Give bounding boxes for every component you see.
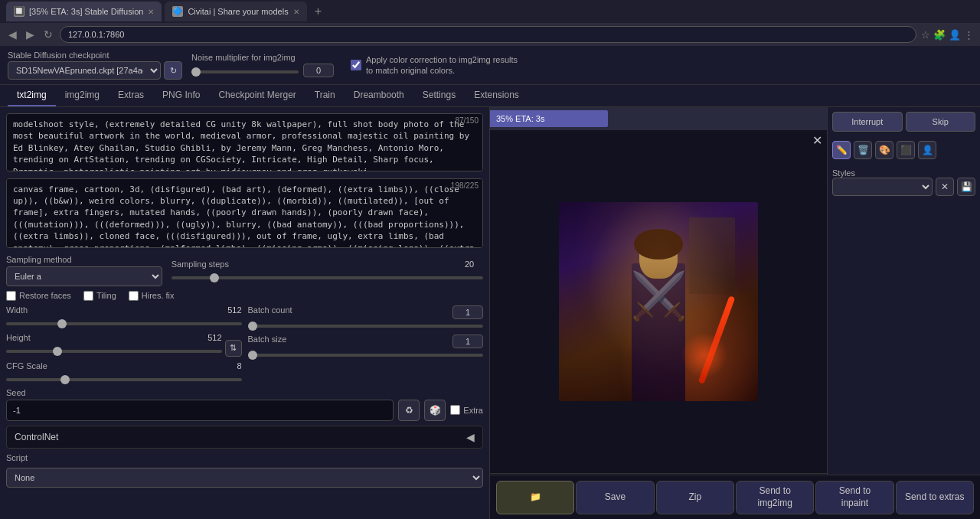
dims-and-batch: Width 512 Height 512 <box>6 305 483 384</box>
browser-tab-2-label: Civitai | Share your models <box>188 7 288 16</box>
style-icons-row: ✏️ 🗑️ 🎨 ⬛ 👤 <box>832 141 975 159</box>
noise-slider[interactable] <box>191 70 299 73</box>
tab-settings[interactable]: Settings <box>413 85 465 106</box>
tab-png-info[interactable]: PNG Info <box>153 85 209 106</box>
tab-extensions[interactable]: Extensions <box>465 85 528 106</box>
image-close-button[interactable]: ✕ <box>812 133 822 148</box>
style-icon-person[interactable]: 👤 <box>918 141 936 159</box>
seed-dice-button[interactable]: 🎲 <box>424 400 446 421</box>
style-icon-trash[interactable]: 🗑️ <box>854 141 872 159</box>
progress-bar-wrap: 35% ETA: 3s <box>490 107 827 130</box>
tab-extras[interactable]: Extras <box>109 85 153 106</box>
skip-button[interactable]: Skip <box>906 112 976 132</box>
controlnet-section[interactable]: ControlNet ◀ <box>6 426 483 449</box>
styles-save-button[interactable]: 💾 <box>957 178 975 196</box>
sampling-steps-slider[interactable] <box>172 276 483 279</box>
menu-icon[interactable]: ⋮ <box>964 29 974 41</box>
forward-button[interactable]: ▶ <box>24 28 37 41</box>
height-slider[interactable] <box>6 350 222 353</box>
save-button[interactable]: Save <box>576 481 654 514</box>
hires-fix-checkbox[interactable] <box>129 291 139 301</box>
checkpoint-label: Stable Diffusion checkpoint <box>8 51 182 60</box>
checkpoint-refresh-button[interactable]: ↻ <box>164 61 182 80</box>
batch-size-label: Batch size <box>248 335 287 346</box>
extra-label: Extra <box>463 406 483 415</box>
tab-favicon-2: 🔷 <box>172 6 183 17</box>
tiling-checkbox[interactable] <box>83 291 93 301</box>
sampling-steps-label: Sampling steps <box>172 260 229 269</box>
swap-dims-button[interactable]: ⇅ <box>225 340 242 357</box>
right-area: 35% ETA: 3s ✕ <box>490 107 980 519</box>
batch-count-slider[interactable] <box>248 325 484 328</box>
styles-select-row: ✕ 💾 <box>832 178 975 196</box>
width-row: Width 512 <box>6 305 242 328</box>
folder-button[interactable]: 📁 <box>496 481 574 514</box>
send-inpaint-button[interactable]: Send toinpaint <box>815 481 893 514</box>
batch-size-input[interactable] <box>452 335 483 348</box>
styles-section: Styles ✕ 💾 <box>832 165 975 196</box>
color-correction-checkbox[interactable] <box>351 60 361 70</box>
width-slider[interactable] <box>6 322 242 325</box>
width-label: Width <box>6 305 28 315</box>
send-extras-button[interactable]: Send to extras <box>896 481 974 514</box>
script-section: Script None <box>6 453 483 488</box>
seed-input[interactable] <box>6 400 394 421</box>
address-input[interactable] <box>60 26 916 43</box>
profile-icon[interactable]: 👤 <box>949 29 961 41</box>
cfg-slider[interactable] <box>6 378 242 381</box>
tab-dreambooth[interactable]: Dreambooth <box>345 85 413 106</box>
tab-train[interactable]: Train <box>305 85 345 106</box>
style-icon-pencil[interactable]: ✏️ <box>832 141 851 159</box>
tab-txt2img[interactable]: txt2img <box>8 85 56 106</box>
send-inpaint-label: Send toinpaint <box>839 485 871 509</box>
restore-faces-checkbox-wrap[interactable]: Restore faces <box>6 291 71 301</box>
positive-prompt-textarea[interactable]: modelshoot style, (extremely detailed CG… <box>6 113 483 171</box>
controlnet-label: ControlNet <box>15 432 58 442</box>
folder-icon: 📁 <box>530 491 541 504</box>
sampling-method-select[interactable]: Euler a <box>6 266 162 286</box>
styles-apply-button[interactable]: ✕ <box>936 178 954 196</box>
noise-label: Noise multiplier for img2img <box>191 53 334 62</box>
batch-size-slider[interactable] <box>248 354 484 357</box>
extra-checkbox-wrap[interactable]: Extra <box>450 405 483 415</box>
hires-fix-checkbox-wrap[interactable]: Hires. fix <box>129 291 175 301</box>
sampling-steps-wrap: Sampling steps 20 <box>172 260 483 282</box>
tab-checkpoint-merger[interactable]: Checkpoint Merger <box>209 85 305 106</box>
negative-prompt-wrap: 198/225 canvas frame, cartoon, 3d, (disf… <box>6 178 483 250</box>
cfg-value: 8 <box>214 361 242 373</box>
tab-close-1[interactable]: ✕ <box>148 8 154 16</box>
send-img2img-button[interactable]: Send toimg2img <box>736 481 814 514</box>
interrupt-button[interactable]: Interrupt <box>832 112 903 132</box>
controlnet-collapse-icon[interactable]: ◀ <box>466 431 475 443</box>
extensions-icon[interactable]: 🧩 <box>933 29 946 41</box>
extra-checkbox[interactable] <box>450 405 460 415</box>
zip-button[interactable]: Zip <box>656 481 734 514</box>
tab-bar: 🔲 [35% ETA: 3s] Stable Diffusion ✕ 🔷 Civ… <box>0 0 980 23</box>
bookmark-icon[interactable]: ☆ <box>921 29 930 41</box>
batch-count-row: Batch count <box>248 305 484 330</box>
seed-recycle-button[interactable]: ♻ <box>398 400 420 421</box>
width-value: 512 <box>214 305 242 317</box>
style-icon-brush[interactable]: 🎨 <box>875 141 893 159</box>
positive-prompt-wrap: 87/150 modelshoot style, (extremely deta… <box>6 113 483 174</box>
top-bar: Stable Diffusion checkpoint SD15NewVAEpr… <box>0 46 980 85</box>
negative-prompt-textarea[interactable]: canvas frame, cartoon, 3d, (disfigured),… <box>6 178 483 248</box>
checkpoint-section: Stable Diffusion checkpoint SD15NewVAEpr… <box>8 51 182 80</box>
checkpoint-select[interactable]: SD15NewVAEpruned.ckpt [27a4ac756c] <box>8 61 161 80</box>
tab-close-2[interactable]: ✕ <box>293 8 299 16</box>
batch-col: Batch count Batch size <box>248 305 484 384</box>
tiling-checkbox-wrap[interactable]: Tiling <box>83 291 116 301</box>
back-button[interactable]: ◀ <box>6 28 19 41</box>
tab-img2img[interactable]: img2img <box>56 85 109 106</box>
new-tab-button[interactable]: + <box>310 5 326 18</box>
style-icon-square[interactable]: ⬛ <box>897 141 915 159</box>
browser-tab-1[interactable]: 🔲 [35% ETA: 3s] Stable Diffusion ✕ <box>6 2 162 21</box>
address-bar-row: ◀ ▶ ↻ ☆ 🧩 👤 ⋮ <box>0 23 980 46</box>
styles-select[interactable] <box>832 178 933 196</box>
reload-button[interactable]: ↻ <box>41 28 55 41</box>
script-select[interactable]: None <box>6 468 483 488</box>
restore-faces-checkbox[interactable] <box>6 291 16 301</box>
noise-value-input[interactable] <box>303 64 334 77</box>
browser-tab-2[interactable]: 🔷 Civitai | Share your models ✕ <box>165 2 306 21</box>
batch-count-input[interactable] <box>452 305 483 319</box>
